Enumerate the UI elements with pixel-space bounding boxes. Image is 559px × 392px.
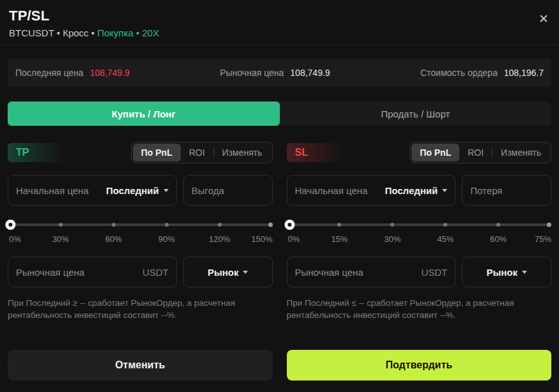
footer-actions: Отменить Подтвердить: [8, 350, 551, 381]
slider-tick: [390, 223, 394, 227]
sl-tab-edit[interactable]: Изменять: [493, 144, 549, 162]
sl-exec-price-unit: USDT: [421, 267, 447, 278]
slider-tick: [268, 223, 273, 227]
slider-label: 30%: [52, 234, 69, 244]
order-value-value: 108,196.7: [504, 68, 544, 78]
tp-slider-labels: 0% 30% 60% 90% 120% 150%: [8, 234, 273, 245]
sl-loss-field[interactable]: [462, 175, 551, 206]
order-value-label: Стоимость ордера: [420, 68, 498, 78]
sl-trigger-price-input[interactable]: [295, 185, 380, 196]
slider-label: 90%: [158, 234, 175, 244]
sl-price-type-value: Последний: [385, 185, 438, 196]
tp-inputs-row-1: Последний: [8, 175, 273, 206]
slider-tick: [337, 223, 341, 227]
sl-exec-price-field[interactable]: USDT: [287, 257, 456, 287]
slider-label: 30%: [384, 234, 401, 244]
slider-tick: [218, 223, 222, 227]
tp-exec-price-field[interactable]: USDT: [8, 257, 177, 287]
contract-side-info: Покупка • 20X: [97, 27, 159, 38]
tp-profit-field[interactable]: [183, 175, 273, 206]
order-value: Стоимость ордера 108,196.7: [420, 68, 544, 78]
tp-tab-edit[interactable]: Изменять: [214, 144, 271, 162]
tp-slider-handle[interactable]: [5, 220, 15, 230]
page-title: TP/SL: [9, 8, 549, 24]
slider-label: 120%: [209, 234, 230, 244]
sl-tab-by-pnl[interactable]: По PnL: [411, 144, 459, 162]
sl-exec-price-input[interactable]: [295, 267, 422, 278]
sl-slider-handle[interactable]: [284, 220, 295, 230]
sl-order-type-dropdown[interactable]: Рынок: [462, 257, 551, 287]
sl-hint-text: При Последний ≤ -- сработает РынокОрдер,…: [287, 297, 552, 321]
side-tabs: Купить / Лонг Продать / Шорт: [8, 102, 551, 126]
tp-profit-input[interactable]: [192, 185, 264, 196]
sl-badge: SL: [287, 143, 346, 162]
tp-trigger-price-input[interactable]: [16, 185, 101, 196]
chevron-down-icon: [243, 271, 248, 274]
tp-order-type-dropdown[interactable]: Рынок: [183, 257, 273, 287]
tp-sl-columns: TP По PnL ROI Изменять Последний: [8, 126, 551, 321]
tp-exec-price-unit: USDT: [142, 267, 169, 278]
tp-inputs-row-2: USDT Рынок: [8, 257, 273, 287]
slider-label: 0%: [288, 234, 300, 244]
tp-price-type-dropdown[interactable]: Последний: [101, 185, 169, 196]
confirm-button[interactable]: Подтвердить: [287, 350, 552, 381]
tab-buy-long[interactable]: Купить / Лонг: [8, 102, 280, 126]
last-price: Последняя цена 108,749.9: [15, 68, 130, 78]
price-summary-bar: Последняя цена 108,749.9 Рыночная цена 1…: [8, 59, 551, 87]
tpsl-modal: TP/SL BTCUSDT • Кросс • Покупка • 20X ✕ …: [0, 0, 559, 392]
chevron-down-icon: [522, 271, 527, 274]
tp-tab-by-pnl[interactable]: По PnL: [133, 144, 181, 162]
market-price-label: Рыночная цена: [220, 68, 284, 78]
slider-tick: [112, 223, 116, 227]
sl-inputs-row-2: USDT Рынок: [287, 257, 552, 287]
tp-roi-slider[interactable]: [8, 220, 273, 230]
sl-slider-labels: 0% 15% 30% 45% 60% 75%: [287, 234, 552, 245]
tp-price-type-value: Последний: [106, 185, 159, 196]
last-price-value: 108,749.9: [90, 68, 130, 78]
slider-label: 45%: [437, 234, 454, 244]
slider-label: 60%: [105, 234, 122, 244]
slider-label: 60%: [490, 234, 507, 244]
slider-tick: [165, 223, 169, 227]
sl-header-row: SL По PnL ROI Изменять: [287, 142, 552, 163]
sl-price-type-dropdown[interactable]: Последний: [380, 185, 448, 196]
chevron-down-icon: [164, 189, 169, 192]
last-price-label: Последняя цена: [15, 68, 84, 78]
sl-order-type-value: Рынок: [486, 267, 517, 278]
sl-loss-input[interactable]: [470, 185, 543, 196]
cancel-button[interactable]: Отменить: [8, 350, 273, 381]
tp-exec-price-input[interactable]: [16, 267, 142, 278]
tp-section: TP По PnL ROI Изменять Последний: [8, 126, 273, 321]
slider-label: 150%: [251, 234, 272, 244]
tp-badge: TP: [8, 143, 66, 162]
slider-tick: [59, 223, 63, 227]
sl-section: SL По PnL ROI Изменять Последний: [287, 126, 552, 321]
market-price-value: 108,749.9: [290, 68, 330, 78]
sl-roi-slider[interactable]: [287, 220, 552, 230]
contract-pair-info: BTCUSDT • Кросс •: [9, 27, 95, 38]
sl-trigger-price-field[interactable]: Последний: [287, 175, 456, 206]
tp-hint-text: При Последний ≥ -- сработает РынокОрдер,…: [8, 297, 273, 321]
sl-inputs-row-1: Последний: [287, 175, 552, 206]
slider-tick: [547, 223, 551, 227]
slider-label: 75%: [535, 234, 551, 244]
slider-track[interactable]: [9, 223, 272, 226]
slider-tick: [443, 223, 447, 227]
slider-label: 0%: [9, 234, 21, 244]
tp-mode-tabs: По PnL ROI Изменять: [131, 142, 273, 163]
tp-tab-roi[interactable]: ROI: [181, 144, 213, 162]
slider-label: 15%: [331, 234, 348, 244]
tp-trigger-price-field[interactable]: Последний: [8, 175, 177, 206]
contract-info: BTCUSDT • Кросс • Покупка • 20X: [9, 27, 549, 38]
tp-order-type-value: Рынок: [208, 267, 239, 278]
tab-sell-short[interactable]: Продать / Шорт: [280, 102, 552, 126]
market-price: Рыночная цена 108,749.9: [220, 68, 330, 78]
header-divider: [0, 45, 559, 45]
chevron-down-icon: [442, 189, 447, 192]
slider-tick: [496, 223, 500, 227]
tp-header-row: TP По PnL ROI Изменять: [8, 142, 273, 163]
close-icon[interactable]: ✕: [539, 13, 549, 25]
sl-tab-roi[interactable]: ROI: [459, 144, 492, 162]
sl-mode-tabs: По PnL ROI Изменять: [410, 142, 551, 163]
slider-track[interactable]: [288, 223, 551, 226]
